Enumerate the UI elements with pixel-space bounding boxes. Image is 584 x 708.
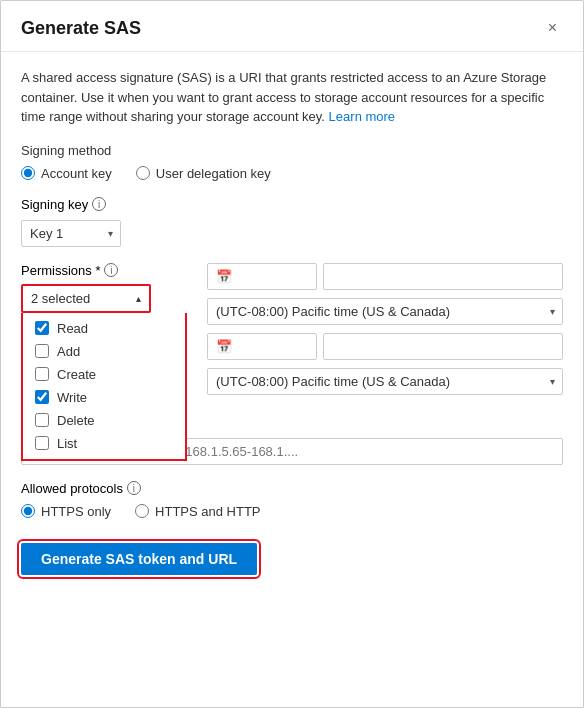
user-delegation-label[interactable]: User delegation key <box>156 166 271 181</box>
permission-add-label[interactable]: Add <box>57 344 80 359</box>
expiry-timezone-wrapper: (UTC-08:00) Pacific time (US & Canada) ▾ <box>207 368 563 395</box>
dialog-title: Generate SAS <box>21 18 141 39</box>
permission-create-label[interactable]: Create <box>57 367 96 382</box>
https-http-label[interactable]: HTTPS and HTTP <box>155 504 260 519</box>
start-timezone-row: (UTC-08:00) Pacific time (US & Canada) ▾ <box>207 298 563 325</box>
allowed-protocols-label: Allowed protocols <box>21 481 123 496</box>
start-timezone-wrapper: (UTC-08:00) Pacific time (US & Canada) ▾ <box>207 298 563 325</box>
https-http-radio-item[interactable]: HTTPS and HTTP <box>135 504 260 519</box>
permission-write-label[interactable]: Write <box>57 390 87 405</box>
generate-button-row: Generate SAS token and URL <box>21 535 563 575</box>
permission-delete-item[interactable]: Delete <box>23 409 185 432</box>
account-key-radio-item[interactable]: Account key <box>21 166 112 181</box>
permissions-dropdown-header[interactable]: 2 selected ▴ <box>21 284 151 313</box>
permission-read-label[interactable]: Read <box>57 321 88 336</box>
permission-delete-label[interactable]: Delete <box>57 413 95 428</box>
main-content-row: Permissions * i 2 selected ▴ Read <box>21 263 563 403</box>
account-key-label[interactable]: Account key <box>41 166 112 181</box>
permission-write-checkbox[interactable] <box>35 390 49 404</box>
permissions-dropdown: Read Add Create Write <box>21 313 187 461</box>
permissions-info-icon: i <box>104 263 118 277</box>
signing-key-label: Signing key <box>21 197 88 212</box>
https-only-radio-item[interactable]: HTTPS only <box>21 504 111 519</box>
permission-read-checkbox[interactable] <box>35 321 49 335</box>
description-text: A shared access signature (SAS) is a URI… <box>21 68 563 127</box>
signing-key-select[interactable]: Key 1 Key 2 <box>21 220 121 247</box>
expiry-timezone-row: (UTC-08:00) Pacific time (US & Canada) ▾ <box>207 368 563 395</box>
permissions-panel: Permissions * i 2 selected ▴ Read <box>21 263 191 403</box>
permission-create-checkbox[interactable] <box>35 367 49 381</box>
start-timezone-select[interactable]: (UTC-08:00) Pacific time (US & Canada) <box>207 298 563 325</box>
user-delegation-radio-item[interactable]: User delegation key <box>136 166 271 181</box>
signing-key-label-row: Signing key i <box>21 197 563 212</box>
expiry-timezone-select[interactable]: (UTC-08:00) Pacific time (US & Canada) <box>207 368 563 395</box>
permission-delete-checkbox[interactable] <box>35 413 49 427</box>
dialog-body: A shared access signature (SAS) is a URI… <box>1 52 583 591</box>
allowed-protocols-section: Allowed protocols i HTTPS only HTTPS and… <box>21 481 563 519</box>
close-button[interactable]: × <box>542 17 563 39</box>
allowed-protocols-label-row: Allowed protocols i <box>21 481 563 496</box>
signing-method-label: Signing method <box>21 143 563 158</box>
https-only-radio[interactable] <box>21 504 35 518</box>
account-key-radio[interactable] <box>21 166 35 180</box>
permission-list-checkbox[interactable] <box>35 436 49 450</box>
expiry-time-input[interactable]: 7:53:32 PM <box>323 333 563 360</box>
permission-list-item[interactable]: List <box>23 432 185 455</box>
signing-method-radio-group: Account key User delegation key <box>21 166 563 181</box>
permissions-selected-text: 2 selected <box>31 291 90 306</box>
protocols-radio-group: HTTPS only HTTPS and HTTP <box>21 504 563 519</box>
dialog-header: Generate SAS × <box>1 1 583 52</box>
expiry-datetime-row: 📅 7:53:32 PM <box>207 333 563 360</box>
datetime-panel: 📅 11:53:32 AM (UTC-08:00) Pacific time (… <box>191 263 563 403</box>
allowed-protocols-info-icon: i <box>127 481 141 495</box>
user-delegation-radio[interactable] <box>136 166 150 180</box>
start-datetime-row: 📅 11:53:32 AM <box>207 263 563 290</box>
permissions-chevron-up-icon: ▴ <box>136 293 141 304</box>
permission-add-checkbox[interactable] <box>35 344 49 358</box>
https-http-radio[interactable] <box>135 504 149 518</box>
start-calendar-icon: 📅 <box>216 269 232 284</box>
signing-method-section: Signing method Account key User delegati… <box>21 143 563 181</box>
generate-sas-dialog: Generate SAS × A shared access signature… <box>0 0 584 708</box>
signing-key-section: Signing key i Key 1 Key 2 ▾ <box>21 197 563 247</box>
start-date-box[interactable]: 📅 <box>207 263 317 290</box>
permissions-label: Permissions * <box>21 263 100 278</box>
learn-more-link[interactable]: Learn more <box>329 109 395 124</box>
permissions-container: 2 selected ▴ Read Add <box>21 284 191 313</box>
permission-list-label[interactable]: List <box>57 436 77 451</box>
permission-read-item[interactable]: Read <box>23 317 185 340</box>
signing-key-info-icon: i <box>92 197 106 211</box>
permission-write-item[interactable]: Write <box>23 386 185 409</box>
generate-sas-button[interactable]: Generate SAS token and URL <box>21 543 257 575</box>
expiry-calendar-icon: 📅 <box>216 339 232 354</box>
permission-create-item[interactable]: Create <box>23 363 185 386</box>
start-time-input[interactable]: 11:53:32 AM <box>323 263 563 290</box>
expiry-date-box[interactable]: 📅 <box>207 333 317 360</box>
https-only-label[interactable]: HTTPS only <box>41 504 111 519</box>
signing-key-select-wrapper: Key 1 Key 2 ▾ <box>21 220 121 247</box>
permission-add-item[interactable]: Add <box>23 340 185 363</box>
permissions-label-row: Permissions * i <box>21 263 191 278</box>
